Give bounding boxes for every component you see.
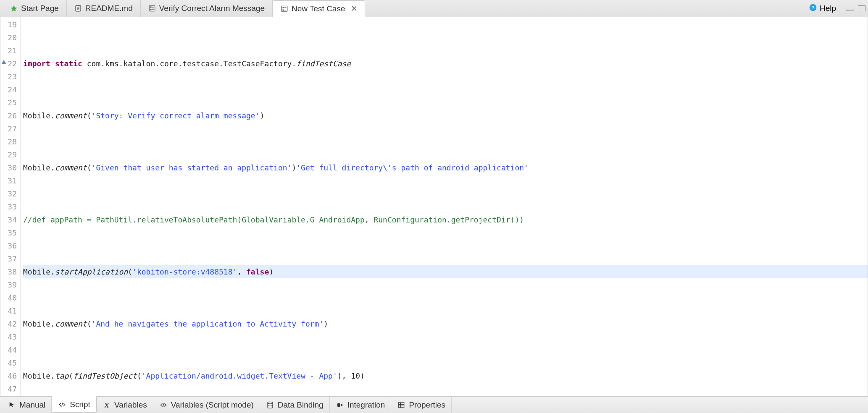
line-number: 34 [0,213,20,226]
svg-point-18 [268,402,273,404]
svg-rect-7 [150,9,151,10]
bottom-tab-data-binding[interactable]: Data Binding [260,397,330,413]
line-number: 25 [0,96,20,109]
code-line: //def appPath = PathUtil.relativeToAbsol… [23,213,868,226]
line-number: 38 [0,265,20,278]
line-number: 32 [0,187,20,200]
line-number: 37 [0,252,20,265]
code-line [23,291,868,304]
code-area[interactable]: import static com.kms.katalon.core.testc… [21,17,868,396]
testcase-icon [148,5,156,12]
line-number: 40 [0,291,20,304]
line-number: 39 [0,278,20,291]
bottom-tab-bar: Manual Script x Variables Variables (Scr… [0,396,868,413]
help-button[interactable]: ? Help [805,3,840,14]
line-number: 46 [0,369,20,382]
line-number: 20 [0,31,20,44]
line-number: 33 [0,200,20,213]
minimize-icon[interactable] [846,10,854,10]
line-number: 27 [0,122,20,135]
plug-icon [336,401,344,409]
help-icon: ? [809,3,817,14]
maximize-icon[interactable] [858,5,865,11]
tab-label: Start Page [21,4,59,13]
bottom-tab-properties[interactable]: Properties [391,397,452,413]
code-line [23,83,868,96]
bottom-tab-label: Data Binding [278,400,324,410]
line-number: 41 [0,304,20,317]
svg-rect-5 [150,7,151,8]
help-label: Help [820,4,836,13]
bottom-tab-label: Integration [347,400,385,410]
bottom-tab-variables-script[interactable]: Variables (Script mode) [153,397,260,413]
code-icon [159,401,168,409]
bottom-tab-script[interactable]: Script [52,396,97,413]
tab-readme[interactable]: README.md [67,0,141,17]
svg-line-16 [62,403,63,406]
line-number: 24 [0,83,20,96]
cursor-icon [8,401,16,409]
bottom-tab-label: Properties [409,400,445,410]
svg-rect-12 [283,10,284,11]
svg-line-17 [163,403,164,407]
bottom-tab-label: Variables (Script mode) [171,400,254,410]
code-line [23,343,868,356]
line-number: 28 [0,135,20,148]
svg-rect-10 [283,7,284,8]
tab-start-page[interactable]: Start Page [3,0,67,17]
code-line [23,31,868,44]
gutter-marker-icon [1,60,6,64]
testcase-icon [281,5,288,13]
bottom-tab-manual[interactable]: Manual [2,397,52,413]
line-number-gutter: 1920212223242526272829303132333435363738… [0,17,21,396]
line-number: 29 [0,148,20,161]
code-line: Mobile.tap(findTestObject('Application/a… [23,369,868,382]
x-italic-icon: x [103,401,111,409]
line-number: 45 [0,356,20,369]
svg-rect-19 [337,403,340,407]
code-line: Mobile.comment('And he navigates the app… [23,317,868,330]
line-number: 31 [0,174,20,187]
star-icon [10,5,18,12]
database-icon [266,401,274,409]
line-number: 35 [0,226,20,239]
code-line: Mobile.comment('Story: Verify correct al… [23,109,868,122]
code-line: Mobile.comment('Given that user has star… [23,161,868,174]
tab-verify-alarm[interactable]: Verify Correct Alarm Message [141,0,273,17]
close-icon[interactable] [351,4,357,13]
line-number: 47 [0,382,20,395]
line-number: 42 [0,317,20,330]
code-line: import static com.kms.katalon.core.testc… [23,57,868,70]
line-number: 19 [0,18,20,31]
code-line [23,135,868,148]
line-number: 43 [0,330,20,343]
bottom-tab-variables[interactable]: x Variables [97,397,153,413]
bottom-tab-integration[interactable]: Integration [330,397,392,413]
code-editor[interactable]: 1920212223242526272829303132333435363738… [0,17,868,396]
tab-label: New Test Case [292,4,345,13]
code-icon [58,401,66,408]
code-line [23,395,868,396]
line-number: 21 [0,44,20,57]
svg-rect-4 [149,5,155,11]
tab-new-test-case[interactable]: New Test Case [273,0,365,17]
line-number: 26 [0,109,20,122]
svg-rect-21 [399,403,405,408]
editor-window: Start Page README.md Verify Correct Alar… [0,0,868,413]
code-line-highlighted: Mobile.startApplication('kobiton-store:v… [23,265,868,278]
bottom-tab-label: Script [70,400,90,409]
svg-text:?: ? [811,5,814,10]
line-number: 23 [0,70,20,83]
line-number: 44 [0,343,20,356]
document-icon [74,5,82,12]
code-line [23,187,868,200]
svg-rect-20 [341,404,342,406]
line-number: 36 [0,239,20,252]
svg-rect-9 [281,6,287,12]
line-number: 30 [0,161,20,174]
top-tab-bar: Start Page README.md Verify Correct Alar… [0,0,868,17]
bottom-tab-label: Variables [114,400,147,410]
table-icon [397,401,405,409]
tab-label: README.md [85,4,133,13]
tab-label: Verify Correct Alarm Message [159,4,265,13]
